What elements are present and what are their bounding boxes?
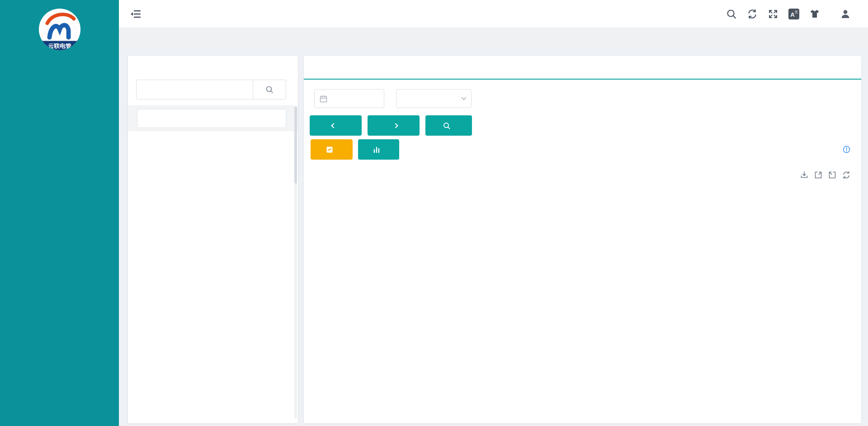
- station-name-input[interactable]: [136, 80, 253, 99]
- header-actions: A文: [726, 9, 868, 19]
- svg-text:文: 文: [795, 10, 798, 14]
- menu-collapse-icon[interactable]: [130, 8, 142, 20]
- company-logo: 云联电管: [38, 7, 82, 52]
- search-icon: [265, 85, 274, 94]
- refresh-icon[interactable]: [747, 9, 758, 19]
- user-avatar-icon[interactable]: [840, 9, 851, 19]
- extreme-analysis-link[interactable]: [843, 146, 853, 153]
- search-icon[interactable]: [726, 9, 737, 19]
- data-panel-tabs: [304, 56, 861, 80]
- workspace-tabstrip: [119, 28, 868, 50]
- query-filter-row: [310, 89, 517, 109]
- search-icon: [443, 122, 450, 129]
- bar-chart-icon: [373, 146, 380, 153]
- chevron-down-icon: [461, 95, 466, 100]
- station-search-button[interactable]: [253, 80, 286, 99]
- data-view-button[interactable]: [358, 139, 399, 160]
- query-button[interactable]: [425, 115, 472, 136]
- station-panel: [128, 56, 298, 423]
- chart-icon: [326, 146, 333, 153]
- panel-scrollbar[interactable]: [294, 107, 297, 419]
- next-day-button[interactable]: [368, 115, 420, 136]
- chevron-right-icon: [393, 123, 398, 128]
- chevron-left-icon: [331, 123, 336, 128]
- tree-filter-input[interactable]: [137, 109, 286, 128]
- fullscreen-icon[interactable]: [768, 9, 778, 19]
- view-switch-row: [311, 139, 399, 160]
- info-icon: [843, 146, 850, 153]
- power-type-select[interactable]: [396, 89, 472, 108]
- prev-day-button[interactable]: [310, 115, 362, 136]
- sidebar: 云联电管: [0, 0, 119, 426]
- date-picker[interactable]: [314, 89, 384, 108]
- logo-block: 云联电管: [0, 0, 119, 80]
- calendar-icon: [320, 95, 327, 103]
- day-nav-row: [310, 115, 472, 136]
- top-header: A文: [119, 0, 868, 28]
- tree-filter-band: [128, 105, 298, 131]
- translate-icon[interactable]: A文: [788, 9, 799, 19]
- data-panel: [304, 56, 861, 423]
- theme-icon[interactable]: [809, 9, 820, 19]
- chart-view-button[interactable]: [311, 139, 353, 160]
- app-root: 云联电管 A文: [0, 0, 868, 426]
- svg-text:云联电管: 云联电管: [48, 43, 71, 49]
- power-line-chart[interactable]: [304, 160, 861, 423]
